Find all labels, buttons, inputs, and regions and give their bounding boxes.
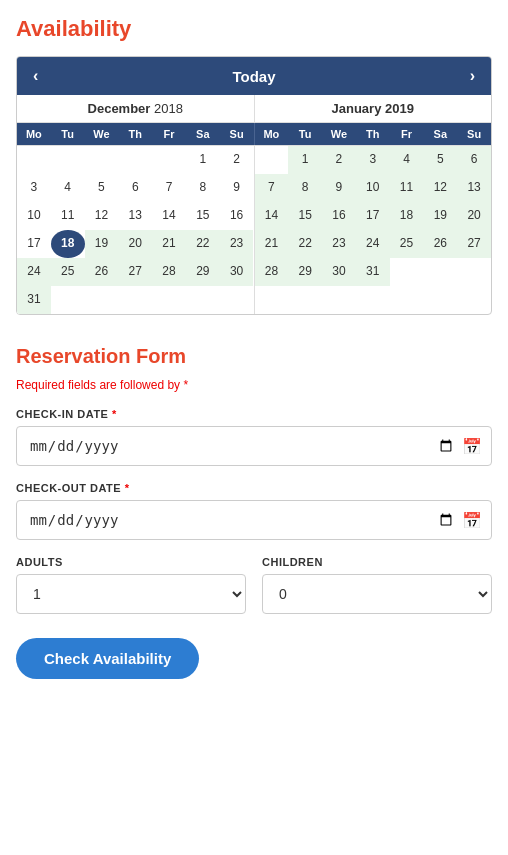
day-cell[interactable]: 16 [322, 202, 356, 230]
weekday-cell: Fr [152, 123, 186, 145]
day-cell[interactable]: 17 [17, 230, 51, 258]
children-group: CHILDREN 0123456 [262, 556, 492, 614]
day-cell[interactable]: 21 [255, 230, 289, 258]
day-cell[interactable]: 1 [288, 146, 322, 174]
day-cell[interactable]: 28 [152, 258, 186, 286]
day-cell[interactable]: 29 [186, 258, 220, 286]
weekday-cell: Th [356, 123, 390, 145]
day-cell[interactable]: 12 [423, 174, 457, 202]
weekday-cell: Mo [255, 123, 289, 145]
days-container: 1234567891011121314151617181920212223242… [17, 145, 491, 314]
weekday-cell: Sa [423, 123, 457, 145]
weekday-cell: We [85, 123, 119, 145]
day-cell[interactable]: 30 [220, 258, 254, 286]
day-cell[interactable]: 31 [17, 286, 51, 314]
day-cell [85, 146, 119, 174]
checkout-input[interactable] [16, 500, 492, 540]
calendar-today-label: Today [232, 68, 275, 85]
checkin-input[interactable] [16, 426, 492, 466]
month-title-row: December 2018 January 2019 [17, 95, 491, 123]
day-cell[interactable]: 11 [390, 174, 424, 202]
check-availability-button[interactable]: Check Availability [16, 638, 199, 679]
children-select[interactable]: 0123456 [262, 574, 492, 614]
day-cell[interactable]: 22 [186, 230, 220, 258]
day-cell[interactable]: 29 [288, 258, 322, 286]
day-cell[interactable]: 10 [17, 202, 51, 230]
next-month-button[interactable]: › [470, 67, 475, 85]
weekday-cell: Su [220, 123, 254, 145]
checkin-input-wrapper: 📅 [16, 426, 492, 466]
day-cell[interactable]: 25 [51, 258, 85, 286]
day-cell[interactable]: 4 [51, 174, 85, 202]
day-cell[interactable]: 10 [356, 174, 390, 202]
day-cell[interactable]: 22 [288, 230, 322, 258]
day-cell [118, 286, 152, 314]
day-cell[interactable]: 30 [322, 258, 356, 286]
day-cell[interactable]: 18 [51, 230, 85, 258]
day-cell[interactable]: 23 [322, 230, 356, 258]
day-cell[interactable]: 28 [255, 258, 289, 286]
day-cell[interactable]: 15 [288, 202, 322, 230]
day-cell[interactable]: 18 [390, 202, 424, 230]
day-cell[interactable]: 15 [186, 202, 220, 230]
adults-select[interactable]: 12345678 [16, 574, 246, 614]
checkout-group: CHECK-OUT DATE * 📅 [16, 482, 492, 540]
day-cell[interactable]: 9 [322, 174, 356, 202]
day-cell[interactable]: 7 [152, 174, 186, 202]
day-cell[interactable]: 19 [85, 230, 119, 258]
day-cell[interactable]: 24 [17, 258, 51, 286]
day-cell[interactable]: 23 [220, 230, 254, 258]
day-cell[interactable]: 26 [423, 230, 457, 258]
day-cell[interactable]: 19 [423, 202, 457, 230]
day-cell[interactable]: 13 [118, 202, 152, 230]
day-cell[interactable]: 20 [118, 230, 152, 258]
day-cell[interactable]: 8 [186, 174, 220, 202]
day-cell[interactable]: 12 [85, 202, 119, 230]
day-cell[interactable]: 14 [255, 202, 289, 230]
day-cell[interactable]: 21 [152, 230, 186, 258]
day-cell[interactable]: 9 [220, 174, 254, 202]
weekday-cell: Su [457, 123, 491, 145]
day-cell[interactable]: 6 [118, 174, 152, 202]
month2-days: 1234567891011121314151617181920212223242… [255, 146, 492, 314]
day-cell [152, 146, 186, 174]
availability-calendar: ‹ Today › December 2018 January 2019 MoT… [16, 56, 492, 315]
day-cell [118, 146, 152, 174]
day-cell[interactable]: 4 [390, 146, 424, 174]
month1-weekdays: MoTuWeThFrSaSu [17, 123, 254, 145]
weekdays-container: MoTuWeThFrSaSu MoTuWeThFrSaSu [17, 123, 491, 145]
weekday-cell: Tu [51, 123, 85, 145]
form-title: Reservation Form [16, 345, 492, 368]
day-cell[interactable]: 31 [356, 258, 390, 286]
day-cell[interactable]: 24 [356, 230, 390, 258]
day-cell[interactable]: 5 [85, 174, 119, 202]
day-cell[interactable]: 5 [423, 146, 457, 174]
day-cell[interactable]: 8 [288, 174, 322, 202]
day-cell[interactable]: 16 [220, 202, 254, 230]
adults-label: ADULTS [16, 556, 246, 568]
day-cell[interactable]: 26 [85, 258, 119, 286]
day-cell[interactable]: 14 [152, 202, 186, 230]
day-cell [423, 258, 457, 286]
day-cell[interactable]: 1 [186, 146, 220, 174]
weekday-cell: Th [118, 123, 152, 145]
day-cell[interactable]: 20 [457, 202, 491, 230]
day-cell[interactable]: 3 [356, 146, 390, 174]
day-cell[interactable]: 25 [390, 230, 424, 258]
day-cell[interactable]: 6 [457, 146, 491, 174]
day-cell[interactable]: 3 [17, 174, 51, 202]
day-cell [17, 146, 51, 174]
prev-month-button[interactable]: ‹ [33, 67, 38, 85]
day-cell[interactable]: 2 [220, 146, 254, 174]
day-cell[interactable]: 7 [255, 174, 289, 202]
day-cell[interactable]: 13 [457, 174, 491, 202]
day-cell[interactable]: 27 [118, 258, 152, 286]
day-cell[interactable]: 2 [322, 146, 356, 174]
day-cell [152, 286, 186, 314]
guests-row: ADULTS 12345678 CHILDREN 0123456 [16, 556, 492, 630]
day-cell[interactable]: 11 [51, 202, 85, 230]
day-cell[interactable]: 17 [356, 202, 390, 230]
day-cell[interactable]: 27 [457, 230, 491, 258]
checkin-group: CHECK-IN DATE * 📅 [16, 408, 492, 466]
month2-weekdays: MoTuWeThFrSaSu [255, 123, 492, 145]
